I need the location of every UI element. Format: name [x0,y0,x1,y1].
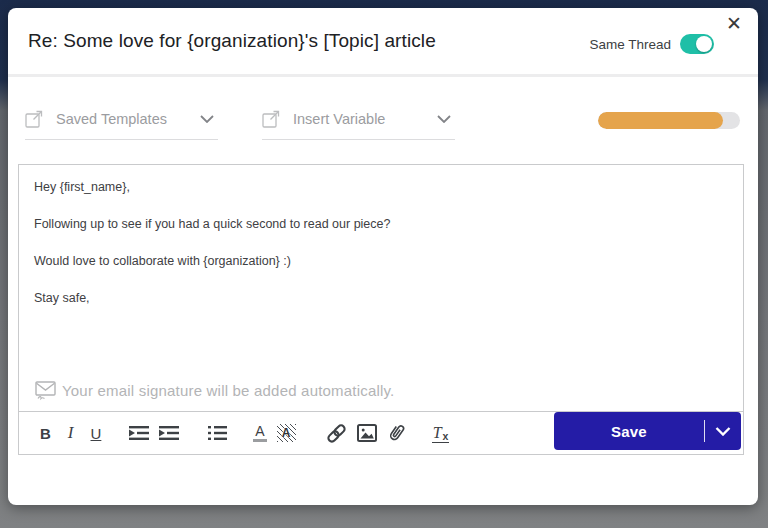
progress-fill [598,112,723,129]
save-options-chevron-icon[interactable] [705,427,741,436]
same-thread-control: Same Thread [589,34,714,54]
outdent-button[interactable] [128,425,150,441]
highlight-color-button[interactable]: A [277,424,296,442]
same-thread-label: Same Thread [589,37,671,52]
indent-button[interactable] [158,425,180,441]
body-paragraph: Following up to see if you had a quick s… [34,217,727,231]
header-divider [8,74,758,77]
saved-templates-dropdown[interactable]: Saved Templates [25,102,218,140]
save-split-button[interactable]: Save [554,412,741,450]
text-color-button[interactable]: A [253,424,266,442]
bullet-list-button[interactable] [207,425,228,441]
underline-button[interactable]: U [91,425,102,442]
close-icon[interactable]: ✕ [722,10,746,38]
insert-variable-icon [262,110,280,128]
saved-templates-label: Saved Templates [56,111,187,127]
open-template-icon [25,110,43,128]
toggle-knob [696,36,712,52]
modal-title: Re: Some love for {organization}'s [Topi… [28,30,436,52]
clear-formatting-button[interactable]: Tx [432,424,450,443]
insert-variable-label: Insert Variable [293,111,424,127]
insert-image-button[interactable] [357,424,377,442]
body-paragraph: Stay safe, [34,291,727,305]
italic-button[interactable]: I [68,423,74,443]
signature-notice-text: Your email signature will be added autom… [62,382,394,399]
email-body-textarea[interactable]: Hey {first_name}, Following up to see if… [19,165,743,411]
insert-variable-dropdown[interactable]: Insert Variable [262,102,455,140]
email-template-modal: ✕ Re: Some love for {organization}'s [To… [8,8,758,505]
bold-button[interactable]: B [40,425,51,442]
score-progress-bar [598,112,740,129]
body-paragraph: Hey {first_name}, [34,180,727,194]
attach-file-button[interactable] [386,422,406,444]
body-paragraph: Would love to collaborate with {organiza… [34,254,727,268]
insert-link-button[interactable] [325,422,348,445]
chevron-down-icon [200,115,214,123]
save-button[interactable]: Save [554,423,704,440]
chevron-down-icon [437,115,451,123]
same-thread-toggle[interactable] [680,34,714,54]
signature-notice: Your email signature will be added autom… [34,379,727,401]
email-signature-icon [34,379,58,401]
